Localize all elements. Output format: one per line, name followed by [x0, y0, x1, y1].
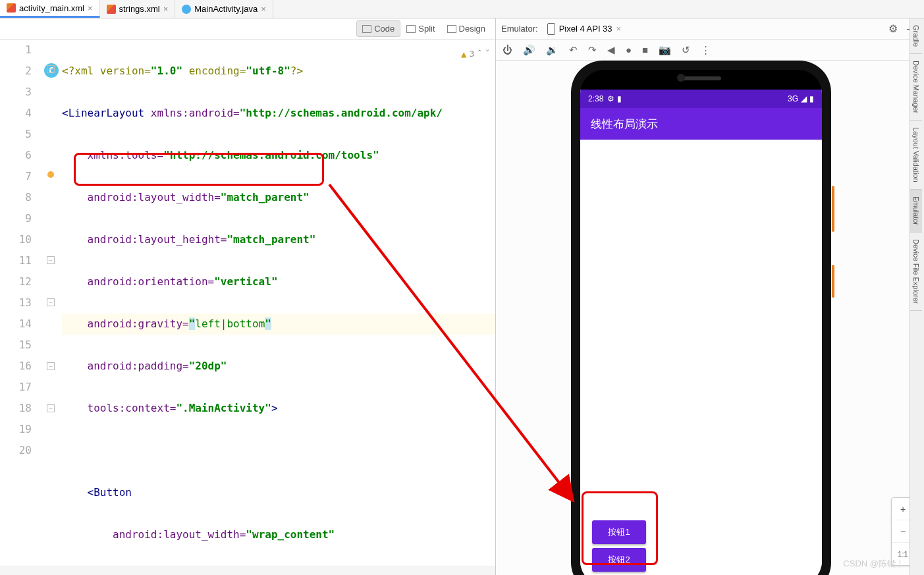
- speaker: [682, 76, 721, 80]
- button-1[interactable]: 按钮1: [592, 520, 646, 544]
- emulator-header: Emulator: Pixel 4 API 33× ⚙ —: [496, 18, 924, 40]
- network-label: 3G: [788, 94, 798, 103]
- fold-icon[interactable]: −: [47, 256, 55, 264]
- view-mode-bar: Code Split Design: [0, 18, 495, 40]
- rotate-left-icon[interactable]: ↶: [569, 44, 578, 56]
- side-tab-gradle[interactable]: Gradle: [910, 18, 922, 54]
- emulator-pane: Emulator: Pixel 4 API 33× ⚙ — ⏻ 🔊 🔉 ↶ ↷ …: [496, 18, 924, 575]
- fold-icon[interactable]: −: [47, 298, 55, 306]
- split-icon: [406, 25, 416, 33]
- rotate-right-icon[interactable]: ↷: [588, 44, 597, 56]
- status-bar: 2:38 ⚙ ▮ 3G ◢ ▮: [580, 90, 822, 108]
- device-frame: 2:38 ⚙ ▮ 3G ◢ ▮ 线性布局演示 按钮1 按钮2: [571, 61, 831, 575]
- device-screen[interactable]: 2:38 ⚙ ▮ 3G ◢ ▮ 线性布局演示 按钮1 按钮2: [580, 90, 822, 575]
- tab-label: strings.xml: [119, 4, 160, 14]
- java-icon: [182, 5, 191, 14]
- tab-activity-main[interactable]: activity_main.xml×: [0, 0, 100, 18]
- code-area[interactable]: <?xml version="1.0" encoding="utf-8"?> <…: [62, 40, 495, 566]
- design-icon: [447, 25, 456, 33]
- close-icon[interactable]: ×: [88, 3, 93, 13]
- code-editor[interactable]: ▲3ˆˇ 1234567891011121314151617181920 C −…: [0, 40, 495, 566]
- watermark: CSDN @陈锴！: [843, 558, 904, 570]
- emulator-canvas: 2:38 ⚙ ▮ 3G ◢ ▮ 线性布局演示 按钮1 按钮2: [496, 61, 924, 575]
- view-split-button[interactable]: Split: [400, 20, 441, 37]
- phone-icon: [547, 23, 555, 35]
- side-tool-tabs: Gradle Device Manager Layout Validation …: [910, 18, 924, 575]
- xml-icon: [107, 5, 116, 14]
- tab-strings[interactable]: strings.xml×: [100, 0, 176, 18]
- power-icon[interactable]: ⏻: [503, 44, 512, 55]
- screenshot-icon[interactable]: 📷: [659, 44, 671, 56]
- app-bar: 线性布局演示: [580, 108, 822, 140]
- close-icon[interactable]: ×: [616, 24, 622, 34]
- editor-pane: Code Split Design ▲3ˆˇ 12345678910111213…: [0, 18, 496, 575]
- code-icon: [362, 25, 371, 33]
- overview-icon[interactable]: ■: [642, 44, 648, 55]
- gear-small-icon: ⚙: [607, 94, 614, 103]
- app-content: 按钮1 按钮2: [580, 140, 822, 575]
- volume-down-icon[interactable]: 🔉: [546, 44, 558, 56]
- button-area: 按钮1 按钮2: [592, 516, 646, 575]
- volume-button: [832, 265, 834, 298]
- more-icon[interactable]: ⋮: [701, 44, 711, 56]
- fold-icon[interactable]: −: [47, 65, 55, 73]
- side-tab-emulator[interactable]: Emulator: [910, 190, 922, 233]
- tab-label: activity_main.xml: [19, 3, 84, 13]
- view-code-button[interactable]: Code: [356, 20, 400, 37]
- side-tab-layout-validation[interactable]: Layout Validation: [910, 121, 922, 190]
- xml-icon: [7, 3, 16, 13]
- app-title: 线性布局演示: [591, 117, 658, 132]
- power-button: [832, 186, 834, 232]
- back-icon[interactable]: ◀: [607, 44, 615, 56]
- view-design-button[interactable]: Design: [441, 20, 491, 37]
- emulator-toolbar: ⏻ 🔊 🔉 ↶ ↷ ◀ ● ■ 📷 ↺ ⋮: [496, 40, 924, 61]
- tab-label: MainActivity.java: [194, 4, 258, 14]
- fold-icon[interactable]: −: [47, 404, 55, 412]
- file-tabs: activity_main.xml× strings.xml× MainActi…: [0, 0, 924, 18]
- horizontal-scrollbar[interactable]: [0, 566, 495, 575]
- signal-icon: ◢: [801, 94, 807, 103]
- device-selector[interactable]: Pixel 4 API 33×: [547, 23, 622, 35]
- close-icon[interactable]: ×: [261, 4, 266, 14]
- gutter-icons: C − − − − −: [42, 40, 62, 566]
- button-2[interactable]: 按钮2: [592, 548, 646, 572]
- emulator-label: Emulator:: [501, 24, 538, 34]
- line-gutter: 1234567891011121314151617181920: [0, 40, 42, 566]
- gear-icon[interactable]: ⚙: [888, 22, 898, 35]
- side-tab-file-explorer[interactable]: Device File Explorer: [910, 233, 922, 311]
- camera: [677, 74, 685, 82]
- volume-up-icon[interactable]: 🔊: [523, 44, 535, 56]
- battery-small-icon: ▮: [617, 94, 622, 103]
- snapshot-icon[interactable]: ↺: [682, 44, 690, 56]
- fold-icon[interactable]: −: [47, 362, 55, 370]
- side-tab-device-manager[interactable]: Device Manager: [910, 54, 922, 121]
- home-icon[interactable]: ●: [626, 44, 632, 55]
- status-time: 2:38: [588, 94, 603, 103]
- battery-icon: ▮: [809, 94, 814, 103]
- tab-mainactivity[interactable]: MainActivity.java×: [175, 0, 273, 18]
- intention-bulb-icon[interactable]: [47, 171, 54, 178]
- close-icon[interactable]: ×: [163, 4, 169, 14]
